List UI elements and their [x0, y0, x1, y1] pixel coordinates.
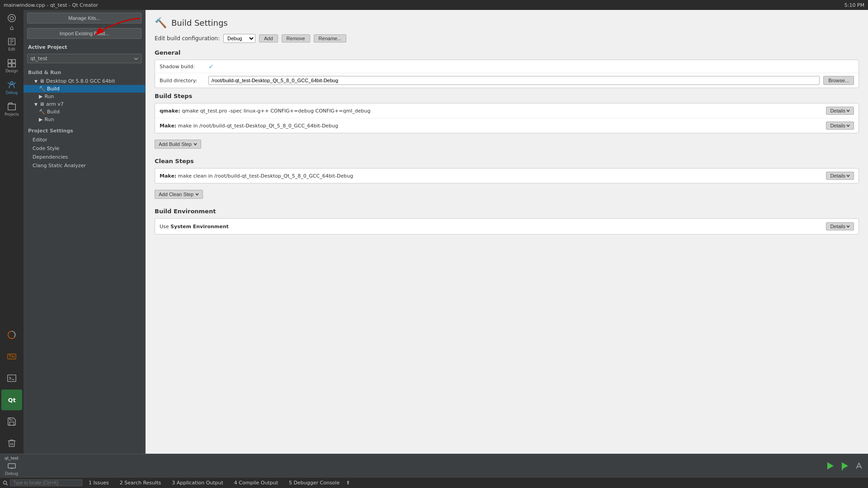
projects-label: Projects	[5, 113, 19, 117]
statusbar-arrow[interactable]: ⬆	[346, 480, 350, 486]
sidebar-item-browser[interactable]	[1, 324, 22, 345]
qmake-details-button[interactable]: Details	[826, 107, 854, 115]
settings-clang[interactable]: Clang Static Analyzer	[24, 161, 145, 170]
build-config-select[interactable]: Debug Release	[223, 34, 255, 43]
tree-label-run: Run	[44, 94, 54, 99]
status-tab-issues[interactable]: 1 Issues	[84, 479, 113, 487]
svg-rect-16	[8, 354, 16, 359]
monitor-icon-arm: 🖥	[39, 101, 44, 107]
sidebar-item-welcome[interactable]: ⌂	[1, 12, 22, 33]
remove-config-button[interactable]: Remove	[282, 34, 310, 42]
sidebar-item-design[interactable]: Design	[1, 55, 22, 76]
add-config-button[interactable]: Add	[259, 34, 278, 42]
search-icon-status	[3, 480, 8, 486]
play-icon-run: ▶	[39, 94, 42, 99]
debug-label: Debug	[6, 91, 18, 95]
svg-point-0	[8, 14, 16, 22]
settings-code-style[interactable]: Code Style	[24, 144, 145, 153]
sidebar-item-trash[interactable]	[1, 433, 22, 454]
build-dir-input[interactable]	[208, 76, 820, 85]
wrench-icon-arm: 🔨	[39, 109, 45, 115]
project-settings-label: Project Settings	[24, 126, 145, 136]
build-step-qmake: qmake: qmake qt_test.pro -spec linux-g++…	[155, 103, 859, 118]
svg-marker-29	[842, 462, 848, 469]
clean-step-make: Make: make clean in /root/build-qt_test-…	[155, 169, 859, 183]
build-button[interactable]	[852, 460, 866, 472]
sidebar-item-debug[interactable]: Debug	[1, 77, 22, 98]
general-card: Shadow build: ✓ Build directory: Browse.…	[155, 60, 859, 88]
status-tab-search[interactable]: 2 Search Results	[115, 479, 166, 487]
svg-point-1	[10, 16, 13, 19]
status-tab-app-output[interactable]: 3 Application Output	[167, 479, 228, 487]
manage-kits-button[interactable]: Manage Kits...	[27, 13, 142, 23]
build-dir-row: Build directory: Browse...	[155, 73, 859, 88]
svg-rect-6	[8, 59, 11, 62]
panel-title-text: Build Settings	[171, 18, 228, 28]
edit-label: Edit	[8, 47, 15, 52]
settings-dependencies[interactable]: Dependencies	[24, 153, 145, 161]
general-section-heading: General	[155, 49, 859, 56]
statusbar: 1 Issues 2 Search Results 3 Application …	[0, 477, 868, 488]
svg-point-10	[10, 81, 13, 84]
sidebar-item-qt[interactable]: Qt	[1, 389, 22, 410]
build-env-label: Use System Environment	[160, 224, 822, 230]
expand-icon: ▼	[34, 79, 38, 84]
config-row: Edit build configuration: Debug Release …	[155, 34, 859, 43]
import-existing-build-button[interactable]: Import Existing Build...	[27, 28, 142, 39]
build-env-row: Use System Environment Details	[155, 219, 859, 234]
tree-item-arm-run[interactable]: ▶ Run	[24, 116, 145, 123]
panel-sidebar: Manage Kits... Import Existing Build... …	[24, 10, 146, 454]
run-button[interactable]	[823, 460, 837, 472]
build-step-make-label: Make: make in /root/build-qt_test-Deskto…	[160, 123, 822, 129]
svg-text:Qt: Qt	[8, 397, 16, 404]
rename-config-button[interactable]: Rename...	[314, 34, 347, 42]
icon-sidebar: ⌂ Edit Design Debug Projects	[0, 10, 24, 454]
svg-marker-28	[827, 462, 834, 469]
tree-label-arm-run: Run	[44, 117, 54, 122]
build-steps-card: qmake: qmake qt_test.pro -spec linux-g++…	[155, 103, 859, 133]
build-settings-panel: 🔨 Build Settings Edit build configuratio…	[146, 10, 868, 454]
tree-item-build[interactable]: 🔨 Build	[24, 85, 145, 93]
tree-label-arm: arm v7	[46, 101, 64, 107]
tree-item-desktop-qt[interactable]: ▼ 🖥 Desktop Qt 5.8.0 GCC 64bit	[24, 77, 145, 85]
tree-label-build: Build	[47, 86, 60, 92]
add-build-step-button[interactable]: Add Build Step	[155, 140, 201, 149]
main-area: ⌂ Edit Design Debug Projects	[0, 10, 868, 454]
svg-rect-22	[8, 375, 16, 382]
taskbar-bottom: qt_test Debug	[0, 454, 868, 477]
svg-line-12	[14, 83, 15, 84]
sidebar-item-projects[interactable]: Projects	[1, 99, 22, 119]
expand-icon-arm: ▼	[34, 102, 38, 107]
status-tab-debugger[interactable]: 5 Debugger Console	[284, 479, 344, 487]
build-dir-label: Build directory:	[160, 78, 205, 84]
sidebar-item-terminal[interactable]	[1, 368, 22, 389]
shadow-build-checkbox[interactable]: ✓	[208, 63, 214, 70]
env-details-button[interactable]: Details	[826, 222, 854, 230]
settings-editor[interactable]: Editor	[24, 136, 145, 144]
wrench-icon: 🔨	[39, 86, 45, 92]
tree-item-run[interactable]: ▶ Run	[24, 93, 145, 100]
locate-input[interactable]	[10, 479, 82, 486]
active-project-label: Active Project	[24, 41, 145, 52]
sidebar-item-save[interactable]	[1, 411, 22, 432]
titlebar: mainwindow.cpp - qt_test - Qt Creator 5:…	[0, 0, 868, 10]
sidebar-item-edit[interactable]: Edit	[1, 33, 22, 54]
browse-button[interactable]: Browse...	[823, 76, 854, 85]
config-label: Edit build configuration:	[155, 35, 220, 42]
debug-project-name: qt_test	[5, 456, 19, 460]
tree-item-arm-build[interactable]: 🔨 Build	[24, 108, 145, 116]
svg-rect-25	[8, 464, 15, 468]
monitor-icon: 🖥	[39, 78, 44, 84]
svg-point-15	[8, 331, 16, 339]
sidebar-item-ftp[interactable]	[1, 346, 22, 367]
run-debug-button[interactable]	[837, 460, 852, 472]
clean-make-details-button[interactable]: Details	[826, 172, 854, 180]
add-clean-step-button[interactable]: Add Clean Step	[155, 190, 203, 199]
status-tab-compile[interactable]: 4 Compile Output	[230, 479, 283, 487]
active-project-dropdown[interactable]: qt_test	[27, 54, 142, 63]
make-details-button[interactable]: Details	[826, 122, 854, 130]
build-step-qmake-label: qmake: qmake qt_test.pro -spec linux-g++…	[160, 108, 822, 114]
shadow-build-label: Shadow build:	[160, 64, 205, 70]
svg-line-11	[9, 83, 10, 84]
tree-item-arm-v7[interactable]: ▼ 🖥 arm v7	[24, 100, 145, 108]
